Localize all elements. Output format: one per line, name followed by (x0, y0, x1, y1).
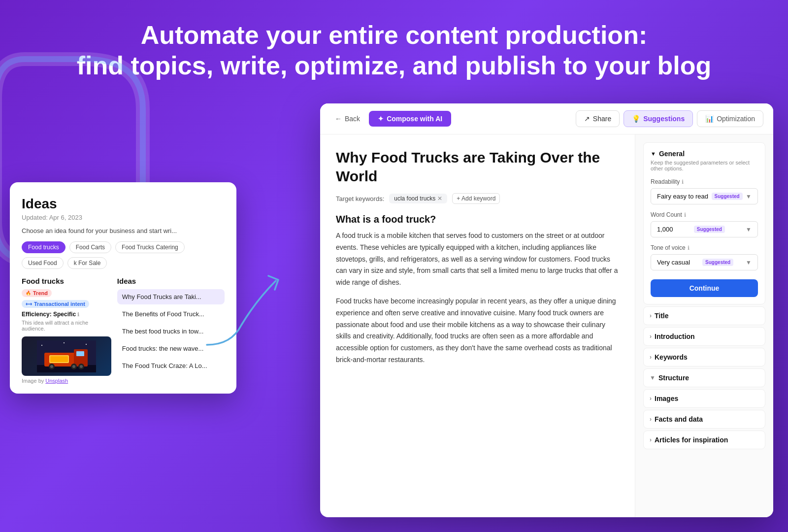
word-count-suggested-badge: Suggested (694, 226, 725, 233)
tag-used-food[interactable]: Used Food (22, 257, 64, 269)
editor-topbar: ← Back ✦ Compose with AI ↗ Share 💡 Sugge… (320, 103, 773, 134)
facts-and-data-section-title: › Facts and data (650, 415, 703, 423)
introduction-chevron-icon: › (650, 333, 652, 340)
compose-icon: ✦ (378, 115, 384, 123)
tag-food-trucks[interactable]: Food trucks (22, 241, 66, 253)
idea-item-1[interactable]: Why Food Trucks are Taki... (117, 289, 225, 304)
editor-body: Why Food Trucks are Taking Over the Worl… (320, 134, 773, 517)
ideas-list-column: Ideas Why Food Trucks are Taki... The Be… (117, 277, 225, 384)
food-trucks-column: Food trucks 🔥 Trend ⟷ Transactional inte… (22, 277, 111, 384)
general-section-title: ▼ General (651, 150, 758, 158)
images-chevron-icon: › (650, 395, 652, 402)
title-section-title: › Title (650, 312, 669, 320)
badge-row: 🔥 Trend ⟷ Transactional intent (22, 289, 111, 308)
introduction-section: › Introduction (643, 327, 765, 346)
trend-badge: 🔥 Trend (22, 289, 52, 297)
articles-for-inspiration-section-title: › Articles for inspiration (650, 436, 728, 444)
idea-item-3[interactable]: The best food trucks in tow... (117, 324, 225, 339)
hero-title: Automate your entire content production:… (10, 20, 778, 81)
facts-chevron-icon: › (650, 416, 652, 423)
keyword-tag[interactable]: ucla food trucks ✕ (389, 194, 447, 203)
title-section-header[interactable]: › Title (643, 306, 765, 325)
svg-rect-12 (50, 356, 68, 362)
tag-k-for-sale[interactable]: k For Sale (67, 257, 107, 269)
unsplash-link[interactable]: Unsplash (45, 378, 68, 384)
introduction-section-header[interactable]: › Introduction (643, 327, 765, 346)
back-button[interactable]: ← Back (330, 112, 365, 126)
ideas-card-updated: Updated: Apr 6, 2023 (22, 214, 225, 221)
ideas-card: Ideas Updated: Apr 6, 2023 Choose an ide… (10, 182, 236, 394)
content-area: Why Food Trucks are Taking Over the Worl… (320, 134, 635, 517)
ideas-card-title: Ideas (22, 196, 225, 212)
structure-chevron-icon: ▼ (650, 374, 656, 381)
hero-section: Automate your entire content production:… (0, 0, 788, 91)
tone-info-icon: ℹ (688, 245, 690, 251)
compose-ai-button[interactable]: ✦ Compose with AI (369, 111, 451, 127)
ideas-card-description: Choose an idea found for your business a… (22, 227, 225, 234)
keywords-label: Target keywords: (336, 195, 384, 202)
svg-point-13 (41, 345, 42, 346)
title-section: › Title (643, 306, 765, 325)
topbar-left: ← Back ✦ Compose with AI (330, 111, 451, 127)
transactional-badge: ⟷ Transactional intent (22, 300, 89, 308)
articles-chevron-icon: › (650, 436, 652, 443)
tone-select-wrapper: Very casual Suggested ▼ (651, 254, 758, 270)
idea-item-4[interactable]: Food trucks: the new wave... (117, 341, 225, 356)
tab-suggestions-button[interactable]: 💡 Suggestions (624, 110, 693, 127)
keywords-section-title: › Keywords (650, 353, 688, 361)
readability-label: Readability ℹ (651, 178, 758, 185)
tone-select[interactable]: Very casual Suggested ▼ (651, 254, 758, 270)
structure-section-title: ▼ Structure (650, 374, 689, 382)
ideas-columns: Food trucks 🔥 Trend ⟷ Transactional inte… (22, 277, 225, 384)
tone-suggested-badge: Suggested (702, 259, 733, 266)
svg-point-10 (80, 365, 83, 368)
tone-chevron-icon: ▼ (746, 259, 752, 266)
keywords-section-header[interactable]: › Keywords (643, 348, 765, 366)
structure-section-header[interactable]: ▼ Structure (643, 368, 765, 387)
tab-optimization-button[interactable]: 📊 Optimization (697, 110, 763, 127)
svg-point-8 (72, 365, 75, 368)
back-arrow-icon: ← (335, 115, 342, 123)
food-truck-image (22, 336, 111, 376)
keywords-section: › Keywords (643, 348, 765, 366)
share-button[interactable]: ↗ Share (576, 110, 620, 127)
add-keyword-button[interactable]: + Add keyword (452, 193, 500, 204)
svg-rect-4 (76, 351, 84, 356)
readability-suggested-badge: Suggested (712, 193, 743, 200)
keywords-row: Target keywords: ucla food trucks ✕ + Ad… (336, 193, 619, 204)
images-section-header[interactable]: › Images (643, 389, 765, 408)
optimization-icon: 📊 (705, 115, 714, 123)
continue-button[interactable]: Continue (651, 279, 758, 297)
svg-point-15 (64, 342, 65, 343)
ideas-list-col-title: Ideas (117, 277, 225, 285)
general-section: ▼ General Keep the suggested parameters … (643, 142, 765, 304)
introduction-section-title: › Introduction (650, 332, 695, 340)
idea-item-2[interactable]: The Benefits of Food Truck... (117, 306, 225, 322)
word-count-chevron-icon: ▼ (746, 226, 752, 233)
word-count-select[interactable]: 1,000 Suggested ▼ (651, 221, 758, 237)
idea-item-5[interactable]: The Food Truck Craze: A Lo... (117, 358, 225, 373)
niche-text: This idea will attract a niche audience. (22, 320, 111, 332)
share-icon: ↗ (584, 115, 590, 123)
articles-for-inspiration-section-header[interactable]: › Articles for inspiration (643, 431, 765, 449)
remove-keyword-icon[interactable]: ✕ (437, 195, 442, 202)
articles-for-inspiration-section: › Articles for inspiration (643, 431, 765, 449)
svg-point-6 (50, 365, 53, 368)
readability-chevron-icon: ▼ (746, 193, 752, 200)
ideas-tags: Food trucks Food Carts Food Trucks Cater… (22, 241, 225, 269)
tag-food-trucks-catering[interactable]: Food Trucks Catering (115, 241, 185, 253)
title-chevron-icon: › (650, 312, 652, 319)
topbar-right: ↗ Share 💡 Suggestions 📊 Optimization (576, 110, 763, 127)
facts-and-data-section: › Facts and data (643, 410, 765, 429)
food-truck-caption: Image by Unsplash (22, 378, 111, 384)
article-body: What is a food truck? A food truck is a … (336, 214, 619, 366)
readability-select[interactable]: Fairy easy to read Suggested ▼ (651, 188, 758, 204)
keywords-chevron-icon: › (650, 354, 652, 361)
editor-panel: ← Back ✦ Compose with AI ↗ Share 💡 Sugge… (320, 103, 773, 517)
article-paragraph-1: A food truck is a mobile kitchen that se… (336, 230, 619, 289)
tag-food-carts[interactable]: Food Carts (69, 241, 111, 253)
images-section-title: › Images (650, 395, 678, 402)
facts-and-data-section-header[interactable]: › Facts and data (643, 410, 765, 429)
readability-info-icon: ℹ (682, 179, 684, 185)
suggestions-icon: 💡 (632, 115, 640, 123)
